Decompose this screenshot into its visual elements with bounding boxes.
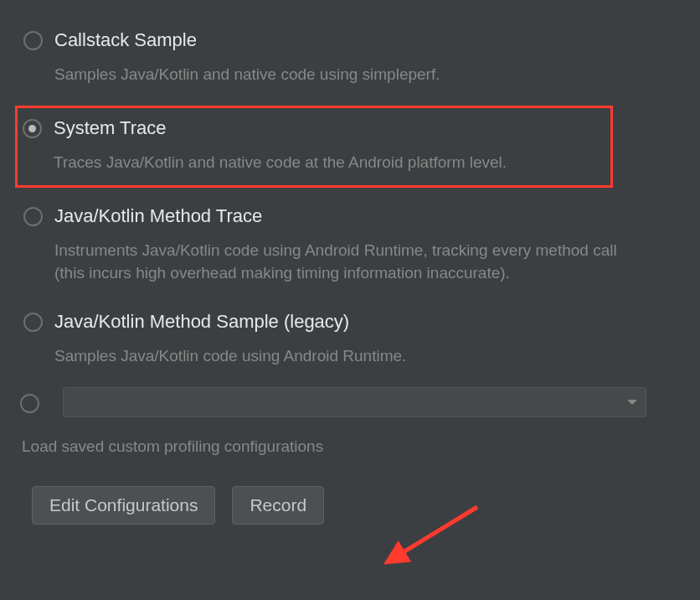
option-desc: Samples Java/Kotlin code using Android R… [54,344,624,368]
option-java-kotlin-method-sample-legacy[interactable]: Java/Kotlin Method Sample (legacy) Sampl… [20,305,680,372]
custom-config-dropdown[interactable] [63,387,646,417]
option-content: System Trace Traces Java/Kotlin and nati… [54,116,605,173]
option-desc: Instruments Java/Kotlin code using Andro… [54,239,624,285]
option-content: Java/Kotlin Method Trace Instruments Jav… [54,204,677,285]
record-button[interactable]: Record [232,486,324,525]
radio-callstack-sample[interactable] [23,31,43,50]
button-row: Edit Configurations Record [32,486,680,525]
option-content: Java/Kotlin Method Sample (legacy) Sampl… [54,310,677,367]
radio-java-kotlin-method-trace[interactable] [23,207,43,226]
edit-configurations-button[interactable]: Edit Configurations [32,486,215,525]
radio-custom-config[interactable] [20,394,39,413]
option-callstack-sample[interactable]: Callstack Sample Samples Java/Kotlin and… [20,23,680,91]
radio-java-kotlin-method-sample-legacy[interactable] [23,313,43,332]
option-desc: Traces Java/Kotlin and native code at th… [54,151,605,174]
option-title: Java/Kotlin Method Trace [54,204,677,229]
option-content: Callstack Sample Samples Java/Kotlin and… [54,28,677,85]
option-desc: Samples Java/Kotlin and native code usin… [54,63,624,86]
radio-system-trace[interactable] [23,119,42,138]
option-title: System Trace [54,116,605,141]
option-title: Callstack Sample [54,28,677,53]
option-system-trace[interactable]: System Trace Traces Java/Kotlin and nati… [15,106,613,188]
custom-config-row [20,387,680,417]
hint-text: Load saved custom profiling configuratio… [22,437,680,456]
option-java-kotlin-method-trace[interactable]: Java/Kotlin Method Trace Instruments Jav… [20,199,680,290]
chevron-down-icon [627,400,637,405]
option-title: Java/Kotlin Method Sample (legacy) [54,310,677,334]
